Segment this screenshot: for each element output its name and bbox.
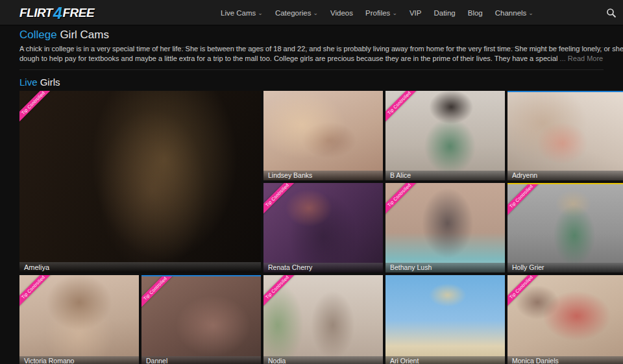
chevron-down-icon: ⌄ [392, 10, 397, 16]
nav-item-categories[interactable]: Categories ⌄ [275, 9, 318, 17]
cam-card-bethany-lush[interactable]: Tip Controlled Bethany Lush [385, 183, 505, 273]
cam-thumbnail [385, 275, 505, 364]
logo-text-free: FREE [62, 6, 94, 20]
cam-thumbnail [385, 91, 505, 180]
cam-card-b-alice[interactable]: Tip Controlled B Alice [385, 91, 505, 180]
cam-card-victoria-romano[interactable]: Tip Controlled Victoria Romano [19, 275, 139, 364]
nav-item-dating[interactable]: Dating [434, 9, 455, 17]
category-description: A chick in college is in a very special … [19, 44, 623, 63]
nav-item-blog[interactable]: Blog [468, 9, 483, 17]
section-title-rest: Girls [38, 77, 60, 88]
model-name: Dannel [141, 356, 261, 364]
cam-thumbnail [141, 276, 261, 364]
cam-card-dannel[interactable]: Tip Controlled Dannel [141, 275, 261, 364]
chevron-down-icon: ⌄ [313, 10, 319, 16]
cam-card-ameliya[interactable]: Tip Controlled Ameliya [19, 91, 261, 273]
nav-item-videos[interactable]: Videos [330, 9, 353, 17]
nav-item-live-cams[interactable]: Live Cams ⌄ [221, 9, 263, 17]
model-name: B Alice [385, 171, 505, 180]
chevron-down-icon: ⌄ [528, 10, 533, 16]
nav-item-vip[interactable]: VIP [409, 9, 422, 17]
cam-card-holly-grier[interactable]: Tip Controlled Holly Grier [507, 183, 623, 273]
model-name: Monica Daniels [507, 356, 623, 364]
model-name: Ameliya [19, 262, 261, 273]
search-icon[interactable] [606, 8, 617, 18]
model-name: Renata Cherry [263, 263, 383, 273]
page-title-accent: College [19, 29, 57, 41]
nav-item-channels[interactable]: Channels ⌄ [495, 9, 533, 17]
model-name: Nodia [263, 356, 383, 364]
nav-item-profiles[interactable]: Profiles ⌄ [365, 9, 397, 17]
section-title-accent: Live [19, 77, 38, 88]
main-nav: Live Cams ⌄ Categories ⌄ Videos Profiles… [221, 0, 533, 26]
logo-text-4: 4 [53, 6, 62, 19]
model-name: Ari Orient [385, 356, 505, 364]
model-name: Adryenn [507, 171, 623, 180]
model-name: Lindsey Banks [263, 171, 383, 180]
cam-thumbnail [19, 91, 261, 273]
read-more-link[interactable]: ... Read More [560, 55, 604, 62]
top-nav-bar: FLIRT4FREE Live Cams ⌄ Categories ⌄ Vide… [0, 0, 623, 26]
cam-thumbnail [263, 275, 383, 364]
cam-thumbnail [19, 275, 139, 364]
cam-thumbnail [263, 91, 383, 180]
model-name: Holly Grier [507, 263, 623, 273]
live-girls-grid: Tip Controlled Ameliya Lindsey Banks Tip… [19, 91, 623, 364]
divider [19, 69, 604, 70]
cam-thumbnail [507, 92, 623, 180]
description-line-2: dough to help pay for textbooks and mayb… [19, 54, 623, 64]
description-line-1: A chick in college is in a very special … [19, 44, 623, 54]
cam-card-adryenn[interactable]: Adryenn [507, 91, 623, 180]
site-logo[interactable]: FLIRT4FREE [19, 5, 94, 21]
section-title-live-girls: Live Girls [19, 77, 60, 88]
cam-card-ari-orient[interactable]: Ari Orient [385, 275, 505, 364]
cam-card-monica-daniels[interactable]: Tip Controlled Monica Daniels [507, 275, 623, 364]
chevron-down-icon: ⌄ [258, 10, 263, 16]
cam-thumbnail [385, 183, 505, 273]
logo-text-flirt: FLIRT [19, 6, 53, 20]
cam-card-lindsey-banks[interactable]: Lindsey Banks [263, 91, 383, 180]
cam-thumbnail [263, 183, 383, 273]
page-title-rest: Girl Cams [57, 29, 109, 41]
cam-card-renata-cherry[interactable]: Tip Controlled Renata Cherry [263, 183, 383, 273]
model-name: Bethany Lush [385, 263, 505, 273]
model-name: Victoria Romano [19, 356, 139, 364]
cam-card-nodia[interactable]: Tip Controlled Nodia [263, 275, 383, 364]
